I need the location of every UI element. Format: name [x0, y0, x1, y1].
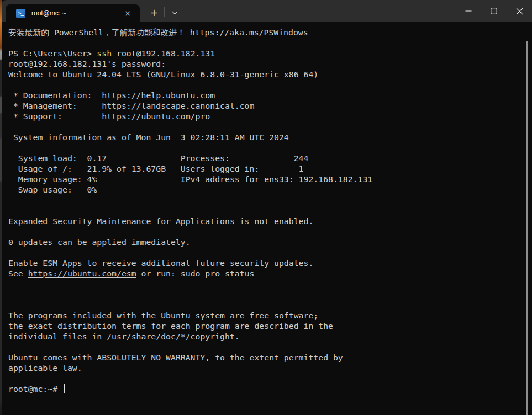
terminal-line: Memory usage: 4% IPv4 address for ens33:… [8, 174, 524, 184]
terminal-line [8, 226, 524, 237]
new-tab-button[interactable]: + [146, 5, 162, 20]
terminal-line [8, 300, 524, 310]
terminal-line: Usage of /: 21.9% of 13.67GB Users logge… [8, 163, 524, 174]
terminal-line: individual files in /usr/share/doc/*/cop… [8, 331, 524, 342]
terminal-line [8, 79, 524, 90]
terminal-line: * Documentation: https://help.ubuntu.com [8, 90, 524, 100]
terminal-line: * Management: https://landscape.canonica… [8, 100, 524, 111]
terminal-line [8, 195, 524, 205]
terminal-line [8, 205, 524, 216]
tab-dropdown-button[interactable] [167, 5, 182, 20]
terminal-text-segment: 安装最新的 PowerShell，了解新功能和改进！ https://aka.m… [8, 28, 308, 37]
terminal-cursor [64, 384, 65, 393]
terminal-line: * Support: https://ubuntu.com/pro [8, 111, 524, 121]
titlebar[interactable]: >_ root@mc: ~ × + [2, 0, 532, 22]
titlebar-divider [164, 7, 165, 17]
terminal-line: Swap usage: 0% [8, 184, 524, 195]
tab-title: root@mc: ~ [31, 9, 121, 17]
terminal-text-segment: See [8, 269, 28, 278]
terminal-text-segment: root@mc:~# [8, 384, 62, 393]
terminal-line [8, 121, 524, 132]
terminal-text-segment: Enable ESM Apps to receive additional fu… [8, 258, 313, 268]
terminal-text-segment: individual files in /usr/share/doc/*/cop… [8, 332, 240, 341]
terminal-line: The programs included with the Ubuntu sy… [8, 310, 524, 321]
terminal-line: root@mc:~# [8, 384, 524, 394]
terminal-text-segment: System information as of Mon Jun 3 02:28… [8, 132, 289, 142]
terminal-text-segment: The programs included with the Ubuntu sy… [8, 311, 318, 320]
terminal-line: System information as of Mon Jun 3 02:28… [8, 132, 524, 142]
terminal-text-segment: System load: 0.17 Processes: 244 [8, 153, 308, 163]
terminal-line [8, 342, 524, 352]
terminal-text-segment: Swap usage: 0% [8, 185, 97, 194]
powershell-icon: >_ [16, 9, 25, 18]
terminal-line [8, 373, 524, 384]
terminal-line: the exact distribution terms for each pr… [8, 321, 524, 331]
close-icon [516, 8, 523, 15]
terminal-text-segment: * Documentation: https://help.ubuntu.com [8, 91, 215, 100]
terminal-line: PS C:\Users\User> ssh root@192.168.182.1… [8, 48, 524, 58]
terminal-line [8, 279, 524, 289]
scrollbar-thumb[interactable] [526, 41, 528, 415]
terminal-line: See https://ubuntu.com/esm or run: sudo … [8, 268, 524, 279]
terminal-line: Welcome to Ubuntu 24.04 LTS (GNU/Linux 6… [8, 69, 524, 79]
terminal-line: System load: 0.17 Processes: 244 [8, 153, 524, 163]
maximize-icon [491, 8, 497, 14]
terminal-text-segment: Usage of /: 21.9% of 13.67GB Users logge… [8, 164, 304, 173]
terminal-line: root@192.168.182.131's password: [8, 58, 524, 69]
terminal-line [8, 289, 524, 300]
terminal-text-segment: Memory usage: 4% IPv4 address for ens33:… [8, 174, 372, 184]
tab-root-mc[interactable]: >_ root@mc: ~ × [6, 4, 140, 22]
terminal-line: 0 updates can be applied immediately. [8, 237, 524, 247]
tab-close-icon[interactable]: × [121, 7, 134, 20]
terminal-text-segment: ssh [97, 49, 112, 58]
terminal-text-segment: * Support: https://ubuntu.com/pro [8, 111, 210, 121]
terminal-text-segment: root@192.168.182.131 [112, 49, 215, 58]
terminal-screen[interactable]: 安装最新的 PowerShell，了解新功能和改进！ https://aka.m… [2, 22, 524, 415]
terminal-line [8, 38, 524, 48]
close-window-button[interactable] [507, 0, 532, 22]
terminal-text-segment: 0 updates can be applied immediately. [8, 237, 191, 247]
desktop-background-sliver [0, 0, 2, 415]
terminal-text-segment: the exact distribution terms for each pr… [8, 321, 333, 331]
minimize-icon [465, 8, 472, 14]
terminal-line [8, 142, 524, 153]
terminal-text-segment: Ubuntu comes with ABSOLUTELY NO WARRANTY… [8, 353, 343, 362]
terminal-line: 安装最新的 PowerShell，了解新功能和改进！ https://aka.m… [8, 27, 524, 38]
terminal-text-segment: PS C:\Users\User> [8, 49, 97, 58]
terminal-text-segment: or run: sudo pro status [136, 269, 255, 278]
terminal-line: applicable law. [8, 363, 524, 373]
maximize-button[interactable] [481, 0, 507, 22]
terminal-text-segment: root@192.168.182.131's password: [8, 59, 166, 68]
minimize-button[interactable] [456, 0, 481, 22]
terminal-line [8, 247, 524, 258]
chevron-down-icon [172, 11, 178, 15]
terminal-line: Enable ESM Apps to receive additional fu… [8, 258, 524, 268]
terminal-text-segment: Welcome to Ubuntu 24.04 LTS (GNU/Linux 6… [8, 70, 318, 79]
terminal-text-segment: applicable law. [8, 363, 82, 373]
terminal-line: Ubuntu comes with ABSOLUTELY NO WARRANTY… [8, 352, 524, 363]
terminal-text-segment: Expanded Security Maintenance for Applic… [8, 216, 313, 226]
window-controls [456, 0, 532, 22]
terminal-window: >_ root@mc: ~ × + [2, 0, 532, 415]
terminal-text-segment: * Management: https://landscape.canonica… [8, 101, 254, 110]
terminal-line: Expanded Security Maintenance for Applic… [8, 216, 524, 226]
esm-link[interactable]: https://ubuntu.com/esm [28, 269, 136, 278]
